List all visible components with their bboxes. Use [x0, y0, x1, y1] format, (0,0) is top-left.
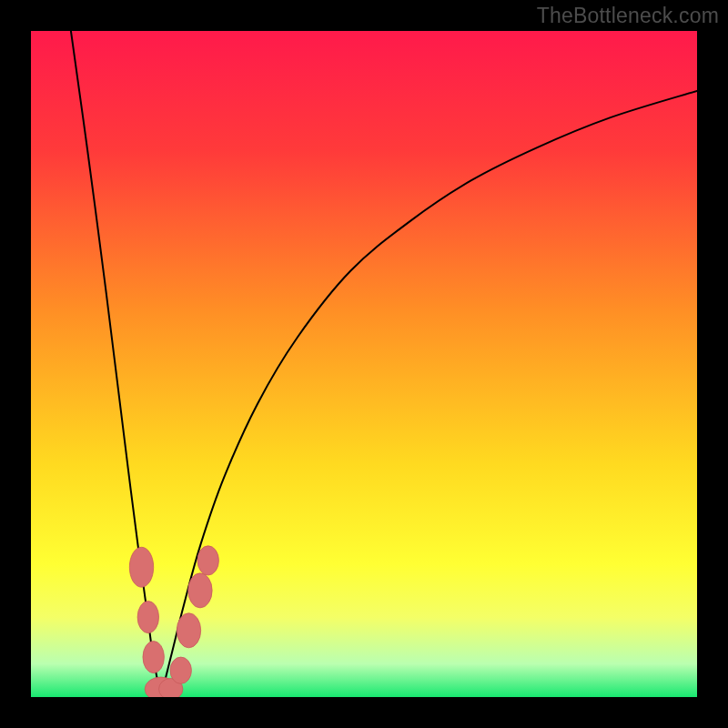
- plot-area: [31, 31, 697, 697]
- chart-svg: [31, 31, 697, 697]
- data-point: [143, 642, 164, 673]
- data-point: [177, 613, 200, 648]
- data-point: [188, 573, 212, 608]
- chart-frame: TheBottleneck.com: [0, 0, 728, 728]
- data-point: [129, 547, 153, 587]
- data-point: [137, 602, 158, 633]
- data-point: [170, 657, 191, 683]
- curve-left-branch: [71, 31, 161, 697]
- curve-right-branch: [161, 91, 697, 697]
- watermark-text: TheBottleneck.com: [537, 4, 719, 28]
- data-point: [197, 546, 218, 575]
